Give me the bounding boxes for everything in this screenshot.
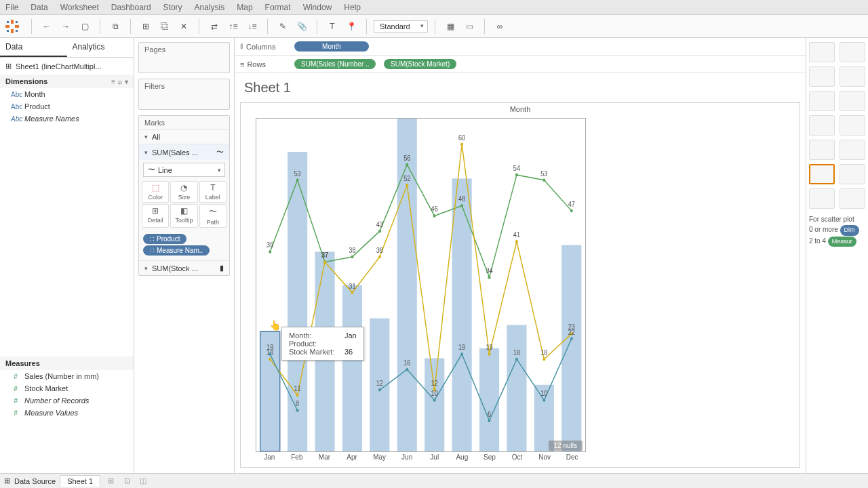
showme-heatmap[interactable] [840,42,865,62]
menu-analysis[interactable]: Analysis [195,3,225,12]
forward-button[interactable]: → [58,18,74,35]
clear-button[interactable]: ✕ [176,18,192,35]
pill-measure-names[interactable]: ∷Measure Nam.. [143,245,210,256]
svg-rect-7 [16,30,18,32]
swap-button[interactable]: ⇄ [206,18,222,35]
columns-shelf[interactable]: ⦀Columns Month [235,38,806,56]
pill-product[interactable]: ∷Product [143,234,186,244]
show-me-panel: For scatter plot 0 or more Dim 2 to 4 Me… [806,38,868,473]
menu-story[interactable]: Story [163,3,182,12]
sort-desc-button[interactable]: ↓≡ [244,18,260,35]
showme-gantt[interactable] [840,188,865,209]
new-sheet-button[interactable]: ⊞ [104,476,117,485]
svg-rect-6 [7,30,9,32]
datasource-tab[interactable]: Data Source [14,477,56,485]
mark-tooltip[interactable]: ◧Tooltip [170,204,197,228]
mark-label[interactable]: TLabel [199,181,226,203]
labels-button[interactable]: T [324,18,340,35]
tab-data[interactable]: Data [0,38,67,57]
filters-shelf[interactable]: Filters [138,79,230,110]
new-story-button[interactable]: ◫ [137,476,149,485]
showme-area[interactable] [840,140,865,160]
show-hide-button[interactable]: ▦ [442,18,458,35]
menu-map[interactable]: Map [237,3,252,12]
showme-histogram[interactable] [840,164,865,184]
pill-sum-sales[interactable]: SUM(Sales (Number .. [294,59,376,69]
svg-rect-3 [15,25,19,28]
mark-detail[interactable]: ⊞Detail [142,204,169,228]
field-measure-values[interactable]: #Measure Values [0,407,134,419]
menu-help[interactable]: Help [344,3,361,12]
marks-title: Marks [139,116,229,129]
showme-map[interactable] [809,66,835,87]
menu-file[interactable]: File [5,3,18,12]
mark-type-select[interactable]: 〜Line [143,163,225,177]
marks-sum-sales[interactable]: ▾SUM(Sales ...〜 [139,144,229,160]
showme-hbar[interactable] [809,91,835,111]
sheet1-tab[interactable]: Sheet 1 [60,475,100,487]
mark-size[interactable]: ◔Size [170,181,197,203]
marks-sum-stock[interactable]: ▾SUM(Stock ...▮ [139,260,229,275]
showme-text-table[interactable] [809,42,835,62]
showme-box[interactable] [809,188,835,209]
menu-worksheet[interactable]: Worksheet [60,3,99,12]
menu-data[interactable]: Data [31,3,47,12]
svg-point-73 [460,352,463,356]
tab-analytics[interactable]: Analytics [67,38,134,57]
duplicate-button[interactable]: ⿻ [157,18,173,35]
showme-scatter[interactable] [809,164,835,184]
view-icon[interactable]: ≡ [111,78,115,85]
svg-text:53: 53 [294,169,301,178]
svg-text:53: 53 [540,169,547,178]
nulls-indicator[interactable]: 12 nulls [549,441,583,451]
x-tick: Nov [531,453,559,466]
search-icon[interactable]: ⌕ [118,78,122,85]
new-dashboard-button[interactable]: ⊡ [121,476,133,485]
field-month[interactable]: AbcMonth [0,88,134,100]
svg-point-46 [323,260,326,264]
sort-asc-button[interactable]: ↑≡ [225,18,241,35]
field-product[interactable]: AbcProduct [0,100,134,113]
group-button[interactable]: 📎 [294,18,310,35]
x-tick: Jul [420,453,448,466]
svg-point-53 [515,240,518,243]
pin-button[interactable]: 📍 [343,18,359,35]
showme-treemap[interactable] [809,115,835,136]
new-datasource-button[interactable]: ⧉ [107,18,123,35]
menu-format[interactable]: Format [265,3,291,12]
back-button[interactable]: ← [39,18,55,35]
fit-select[interactable]: Standard [374,20,428,33]
showme-circle-views[interactable] [840,115,865,136]
menu-icon[interactable]: ▾ [125,78,128,85]
new-worksheet-button[interactable]: ⊞ [138,18,154,35]
svg-point-48 [378,256,381,259]
field-num-records[interactable]: #Number of Records [0,394,134,407]
field-sales[interactable]: #Sales (Number in mm) [0,370,134,382]
showme-stacked-bar[interactable] [840,91,865,111]
pill-sum-stock[interactable]: SUM(Stock Market) [384,59,456,69]
showme-symbol-map[interactable] [840,66,865,87]
field-measure-names[interactable]: AbcMeasure Names [0,113,134,125]
viz-canvas[interactable]: Month 3953373843564648345453471811373138… [240,102,800,468]
showme-line[interactable] [809,140,835,160]
pages-shelf[interactable]: Pages [138,42,230,73]
svg-rect-0 [11,20,14,24]
pill-month[interactable]: Month [294,41,369,52]
mark-color[interactable]: ⬚Color [142,181,169,203]
presentation-button[interactable]: ▭ [461,18,477,35]
rows-shelf[interactable]: ≡Rows SUM(Sales (Number .. SUM(Stock Mar… [235,56,806,73]
datasource-row[interactable]: ⊞ Sheet1 (lineChartMultipl... [0,58,134,75]
field-stock-market[interactable]: #Stock Market [0,382,134,394]
menu-window[interactable]: Window [303,3,332,12]
sheet-title[interactable]: Sheet 1 [235,73,806,102]
svg-point-30 [542,178,545,182]
highlight-button[interactable]: ✎ [275,18,291,35]
svg-point-31 [570,209,573,213]
mark-path[interactable]: 〜Path [199,204,226,228]
menu-dashboard[interactable]: Dashboard [111,3,151,12]
datasource-tab-icon[interactable]: ⊞ [4,476,10,485]
x-tick: Jan [256,453,283,466]
save-button[interactable]: ▢ [77,18,93,35]
share-button[interactable]: ∞ [492,18,508,35]
marks-all[interactable]: ▾All [139,129,229,144]
